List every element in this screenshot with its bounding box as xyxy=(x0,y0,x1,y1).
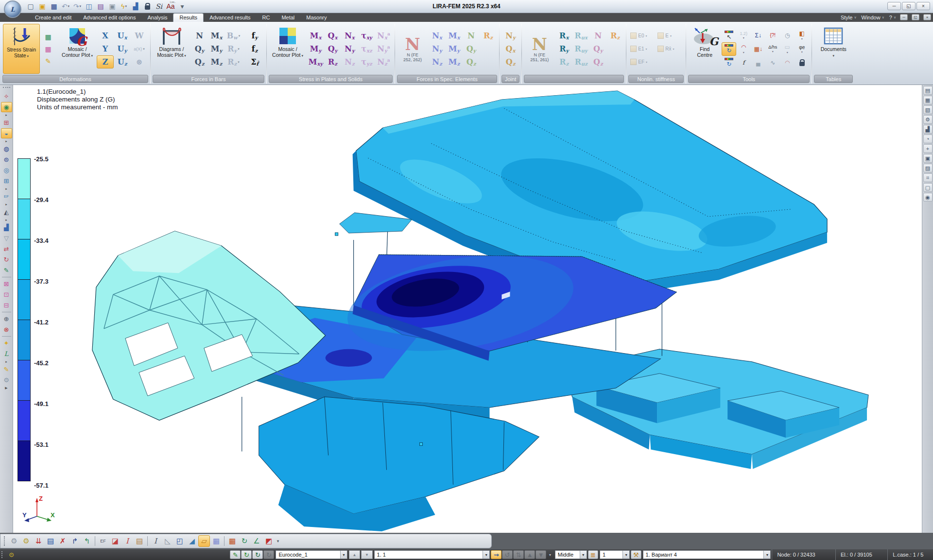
new-table-icon[interactable]: ▤ xyxy=(923,86,933,95)
btn-rx[interactable]: Rx xyxy=(555,29,572,42)
dimension-icon[interactable]: L xyxy=(1,349,12,359)
btn-uy[interactable]: Uy xyxy=(114,42,131,55)
mosaic-down-icon[interactable]: ▦↓ xyxy=(751,42,765,56)
app-logo-icon[interactable]: L xyxy=(4,0,21,18)
btn-ry[interactable]: Ry▾ xyxy=(225,42,242,55)
btn-my[interactable]: My xyxy=(446,42,463,55)
loadcase-select[interactable]: Eurocode_1▼ xyxy=(276,550,347,559)
pan-nodes-icon[interactable]: ⊞ xyxy=(1,118,12,128)
analysis-bolt-icon[interactable]: ϟ▾ xyxy=(119,1,129,12)
f-diagram-icon[interactable]: f xyxy=(736,56,751,69)
btn-nz[interactable]: Nz xyxy=(341,55,358,68)
down-icon[interactable]: ▼ xyxy=(536,550,546,559)
edit-mode-icon[interactable]: ✎ xyxy=(230,550,241,559)
scale-select-icon[interactable]: ↖ xyxy=(722,29,736,42)
sheet-icon[interactable]: ▦ xyxy=(923,96,933,104)
mesh-plate-icon[interactable]: ▦ xyxy=(210,535,222,547)
close-button[interactable]: × xyxy=(916,2,930,10)
status-settings-icon[interactable]: ⚙ xyxy=(6,550,17,559)
btn-rz[interactable]: Rz xyxy=(555,55,572,68)
status-mini-dropdown[interactable]: ▼ xyxy=(547,550,553,559)
animation-icon[interactable]: ▭▾ xyxy=(780,42,795,56)
red-green-icon[interactable]: ◩ xyxy=(263,535,275,547)
btn-nx[interactable]: Nx xyxy=(429,29,446,42)
btn-qy[interactable]: Qy xyxy=(191,42,208,55)
axes-icon[interactable]: + xyxy=(923,144,933,153)
btn-uz[interactable]: Uz xyxy=(114,55,131,68)
ibeam-section-icon[interactable]: I xyxy=(150,535,161,547)
btn-nza[interactable]: Nza xyxy=(375,55,392,68)
lock-results-icon[interactable] xyxy=(795,56,809,69)
floor-height-icon[interactable]: Δ/hs▾ xyxy=(765,42,780,56)
masonry-icon[interactable]: ▤ xyxy=(134,535,145,547)
errors-icon[interactable]: {?! xyxy=(765,29,780,42)
btn-rz[interactable]: Rz xyxy=(324,55,341,68)
color-squares-icon[interactable]: ▦ xyxy=(226,535,238,547)
brush-icon[interactable]: ✎ xyxy=(1,265,12,275)
rotate-green-icon[interactable]: ↻ xyxy=(239,535,250,547)
grid-more-icon[interactable]: ▸ xyxy=(1,187,12,191)
btn-ny[interactable]: Ny xyxy=(429,42,446,55)
section-more-icon[interactable]: ▸ xyxy=(1,139,12,143)
timer-icon[interactable]: ◷ xyxy=(780,29,795,42)
chart-3d-icon[interactable]: ▟ xyxy=(130,1,141,12)
btn-ruz[interactable]: Ruz xyxy=(572,55,589,68)
flashlight-icon[interactable]: ✦ xyxy=(1,338,12,348)
btn-qz[interactable]: Qz xyxy=(502,55,519,68)
recalc-all-icon[interactable]: ↻ xyxy=(252,550,263,559)
save-icon[interactable]: ▦ xyxy=(49,1,59,12)
sphere-z-icon[interactable]: ◎ xyxy=(1,165,12,175)
btn-mx[interactable]: Mx xyxy=(307,29,324,42)
ibeam-red-icon[interactable]: I xyxy=(121,535,133,547)
model-canvas[interactable]: 1.1(Eurocode_1) Displacements along Z (G… xyxy=(13,85,922,533)
btn-ux[interactable]: Ux xyxy=(114,29,131,42)
child-close-button[interactable]: × xyxy=(923,14,931,20)
btn-nz[interactable]: Nz xyxy=(429,55,446,68)
pages-26-icon[interactable]: ▤ xyxy=(45,535,56,547)
snapshot-icon[interactable]: ▣ xyxy=(107,1,118,12)
ruler-icon[interactable]: ⌗ xyxy=(923,173,933,182)
zoom-cancel-icon[interactable]: ⊗ xyxy=(1,324,12,335)
sphere-x-icon[interactable]: ◍ xyxy=(1,144,12,154)
settings-draw-icon[interactable]: ⚙ xyxy=(1,375,12,385)
book-icon[interactable]: ▤ xyxy=(95,1,106,12)
plates-mosaic-contour-button[interactable]: Mosaic / Contour Plot ▾ xyxy=(269,24,306,74)
sphere-y-icon[interactable]: ⊜ xyxy=(1,154,12,165)
rotate-up2-icon[interactable]: ↰ xyxy=(81,535,93,547)
btn-nxa[interactable]: Nxa xyxy=(375,29,392,42)
btn-f[interactable]: Σf̄ xyxy=(245,55,264,68)
btn-fy[interactable]: fy xyxy=(245,29,264,42)
btn-n[interactable]: N xyxy=(589,29,606,42)
model-3d-view[interactable] xyxy=(14,85,922,533)
btn-y[interactable]: Y xyxy=(97,42,114,55)
section-position-select[interactable]: Middle▼ xyxy=(555,550,587,559)
angle-section-icon[interactable]: ◺ xyxy=(162,535,173,547)
fragment-icon[interactable]: ⊠ xyxy=(1,279,12,289)
menu-window[interactable]: Window∨ xyxy=(862,15,884,20)
flags-12-icon[interactable]: ⇊ xyxy=(33,535,44,547)
gear-icon[interactable]: ⚙ xyxy=(923,115,933,124)
sync-views-icon[interactable]: ◧▾ xyxy=(795,29,809,42)
diagram-arc-icon[interactable]: ◠▾ xyxy=(736,42,751,56)
design-option-icon[interactable]: ⚒ xyxy=(631,550,641,559)
recalc-disabled-icon[interactable]: ↻ xyxy=(263,550,274,559)
redo-icon[interactable]: ↷▾ xyxy=(72,1,83,12)
frame-pink-icon[interactable]: ▦ xyxy=(42,44,54,54)
tab-metal[interactable]: Metal xyxy=(276,14,300,22)
fragment-box-icon[interactable]: ⊟ xyxy=(1,300,12,310)
recalc-icon[interactable]: ↻ xyxy=(241,550,252,559)
btn-qy[interactable]: Qy xyxy=(463,42,480,55)
filter-icon[interactable]: ▽ xyxy=(1,233,12,243)
plate-element-icon[interactable]: ▱ xyxy=(198,535,210,547)
response-curve-icon[interactable]: ◠ xyxy=(780,56,795,69)
toolbar-more-icon[interactable]: ▾ xyxy=(177,1,188,12)
btn-n[interactable]: N xyxy=(191,29,208,42)
btn-mx[interactable]: Mx xyxy=(208,29,225,42)
flip-icon[interactable]: ⇄ xyxy=(1,244,12,254)
wedge-icon[interactable]: ◢ xyxy=(186,535,198,547)
tab-analysis[interactable]: Analysis xyxy=(141,14,173,22)
btn-my[interactable]: My xyxy=(307,42,324,55)
design-variant-select[interactable]: 1. Вариант 4▼ xyxy=(643,550,771,559)
select-polygon-icon[interactable]: ✧ xyxy=(1,91,12,102)
rotate-frame-icon[interactable]: ↻ xyxy=(1,255,12,265)
